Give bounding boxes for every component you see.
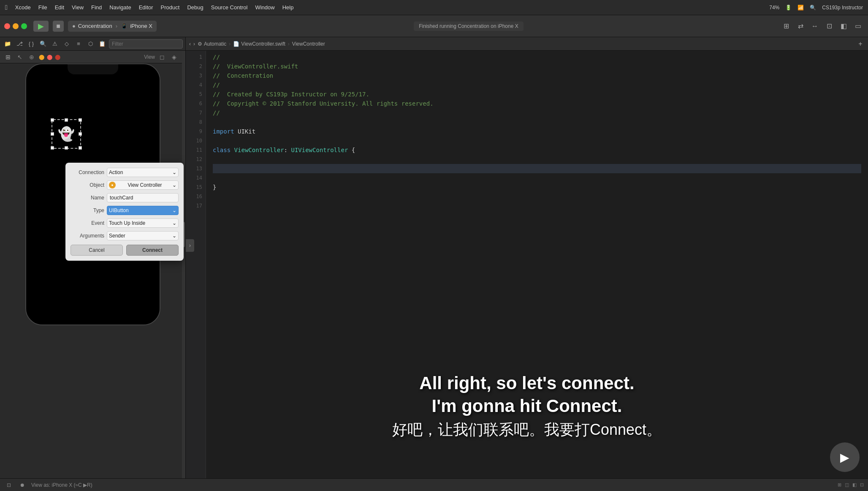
- line-num-6: 6: [186, 99, 206, 108]
- code-line-6: // Copyright © 2017 Stanford University.…: [213, 99, 861, 108]
- assistant-icon[interactable]: ↔: [809, 20, 821, 32]
- menu-editor[interactable]: Editor: [139, 4, 153, 11]
- navigator-toggle-icon[interactable]: ⊞: [780, 20, 792, 32]
- filter-input[interactable]: [109, 39, 183, 49]
- chevron-down-icon4: ⌄: [172, 220, 176, 226]
- wifi-icon: 📶: [797, 5, 804, 11]
- line-num-10: 10: [186, 136, 206, 145]
- ui-button-element[interactable]: 👻: [52, 119, 81, 149]
- code-line-16: [213, 192, 861, 201]
- debug-icon[interactable]: ≡: [73, 39, 84, 49]
- resize-handle-bl[interactable]: [51, 146, 54, 150]
- status-message: Finished running Concentration on iPhone…: [414, 22, 524, 31]
- menu-source-control[interactable]: Source Control: [211, 4, 248, 11]
- jumpbar-nav-back[interactable]: ‹: [189, 41, 191, 47]
- menu-debug[interactable]: Debug: [187, 4, 203, 11]
- ib-obj-icon[interactable]: ◈: [169, 52, 179, 62]
- statusbar-stop-icon[interactable]: ⊡: [4, 480, 14, 490]
- code-content[interactable]: // // ViewController.swift // Concentrat…: [206, 51, 868, 478]
- folder-icon[interactable]: 📁: [3, 39, 13, 49]
- menu-view[interactable]: View: [72, 4, 84, 11]
- resize-handle-b[interactable]: [65, 146, 68, 150]
- apple-menu[interactable]: : [5, 4, 8, 11]
- jumpbar-file[interactable]: 📄 ViewController.swift: [233, 41, 285, 47]
- navigator-toolbar: 📁 ⎇ { } 🔍 ⚠ ◇ ≡ ⬡ 📋: [0, 37, 186, 51]
- line-num-8: 8: [186, 117, 206, 127]
- menu-window[interactable]: Window: [255, 4, 274, 11]
- test-icon[interactable]: ◇: [62, 39, 72, 49]
- resize-handle-l[interactable]: [51, 132, 54, 136]
- video-play-button[interactable]: ▶: [830, 442, 860, 472]
- jumpbar-sep1: ›: [229, 41, 231, 47]
- menu-edit[interactable]: Edit: [55, 4, 64, 11]
- stop-button[interactable]: ■: [52, 20, 64, 32]
- ib-select-icon[interactable]: ↖: [15, 52, 24, 62]
- menu-xcode[interactable]: Xcode: [15, 4, 31, 11]
- breakpoint-icon[interactable]: ⬡: [85, 39, 95, 49]
- view-label[interactable]: View: [144, 54, 155, 60]
- line-numbers: 1 2 3 4 5 6 7 8 9 10 11 12 13 14 15 16 1…: [186, 51, 206, 478]
- connect-button[interactable]: Connect: [126, 245, 179, 256]
- statusbar-icon1[interactable]: ⊞: [838, 482, 841, 488]
- connection-select[interactable]: Action ⌄: [107, 168, 179, 177]
- statusbar-record-icon[interactable]: ⏺: [18, 480, 27, 490]
- jumpbar-automatic[interactable]: ⚙ Automatic: [198, 41, 226, 47]
- jumpbar-nav-forward[interactable]: ›: [193, 41, 195, 47]
- split-view-icon[interactable]: ⇄: [795, 20, 806, 32]
- line-num-9: 9: [186, 127, 206, 136]
- menu-find[interactable]: Find: [91, 4, 102, 11]
- code-line-4: //: [213, 80, 861, 90]
- symbol-icon[interactable]: { }: [26, 39, 36, 49]
- name-label: Name: [71, 195, 104, 201]
- ib-constraint-icon[interactable]: ⊕: [27, 52, 36, 62]
- ib-view-icon[interactable]: ◻: [157, 52, 167, 62]
- maximize-button[interactable]: [21, 23, 27, 29]
- traffic-close: ⬤: [55, 54, 60, 60]
- cancel-button[interactable]: Cancel: [71, 245, 123, 256]
- utility-toggle-icon[interactable]: ▭: [852, 20, 864, 32]
- source-control-icon[interactable]: ⎇: [14, 39, 24, 49]
- run-button[interactable]: ▶: [33, 20, 49, 32]
- object-row: Object ● View Controller ⌄: [71, 180, 179, 190]
- report-icon[interactable]: 📋: [97, 39, 107, 49]
- resize-handle-br[interactable]: [79, 146, 82, 150]
- menu-navigate[interactable]: Navigate: [109, 4, 131, 11]
- ib-toolbar-icon[interactable]: ⊞: [3, 52, 13, 62]
- resize-handle-tr[interactable]: [79, 118, 82, 122]
- resize-handle-r[interactable]: [79, 132, 82, 136]
- panel-expand-arrow[interactable]: ›: [186, 239, 194, 252]
- object-select[interactable]: ● View Controller ⌄: [107, 180, 179, 190]
- statusbar-left: ⊡ ⏺ View as: iPhone X (≈C ▶R): [4, 480, 92, 490]
- jumpbar-symbol[interactable]: ViewController: [292, 41, 325, 47]
- arguments-select[interactable]: Sender ⌄: [107, 231, 179, 240]
- name-input[interactable]: [107, 193, 179, 202]
- line-num-12: 12: [186, 155, 206, 164]
- find-icon[interactable]: 🔍: [38, 39, 48, 49]
- inspector-toggle-icon[interactable]: ◧: [838, 20, 849, 32]
- statusbar-icon2[interactable]: ◫: [845, 482, 849, 488]
- add-editor-button[interactable]: +: [856, 40, 865, 48]
- resize-handle-tl[interactable]: [51, 118, 54, 122]
- user-label: CS193p Instructor: [822, 5, 863, 11]
- scheme-selector[interactable]: ● Concentration › 📱 iPhone X: [68, 20, 157, 32]
- left-scrollbar[interactable]: [182, 51, 185, 478]
- ghost-emoji: 👻: [58, 126, 75, 142]
- issue-icon[interactable]: ⚠: [50, 39, 60, 49]
- toolbar-status: Finished running Concentration on iPhone…: [160, 22, 777, 31]
- search-icon: 🔍: [810, 5, 816, 11]
- type-label: Type: [71, 207, 104, 213]
- statusbar-icon4[interactable]: ⊡: [860, 482, 864, 488]
- code-line-17: [213, 201, 861, 210]
- layout-icon[interactable]: ⊡: [823, 20, 835, 32]
- menu-help[interactable]: Help: [282, 4, 294, 11]
- resize-handle-t[interactable]: [65, 118, 68, 122]
- menu-product[interactable]: Product: [161, 4, 180, 11]
- minimize-button[interactable]: [13, 23, 19, 29]
- statusbar-icon3[interactable]: ◧: [852, 482, 857, 488]
- close-button[interactable]: [4, 23, 10, 29]
- code-line-13[interactable]: [213, 164, 861, 173]
- type-select[interactable]: UIButton ⌄: [107, 206, 179, 215]
- line-num-14: 14: [186, 173, 206, 183]
- menu-file[interactable]: File: [38, 4, 47, 11]
- event-select[interactable]: Touch Up Inside ⌄: [107, 218, 179, 228]
